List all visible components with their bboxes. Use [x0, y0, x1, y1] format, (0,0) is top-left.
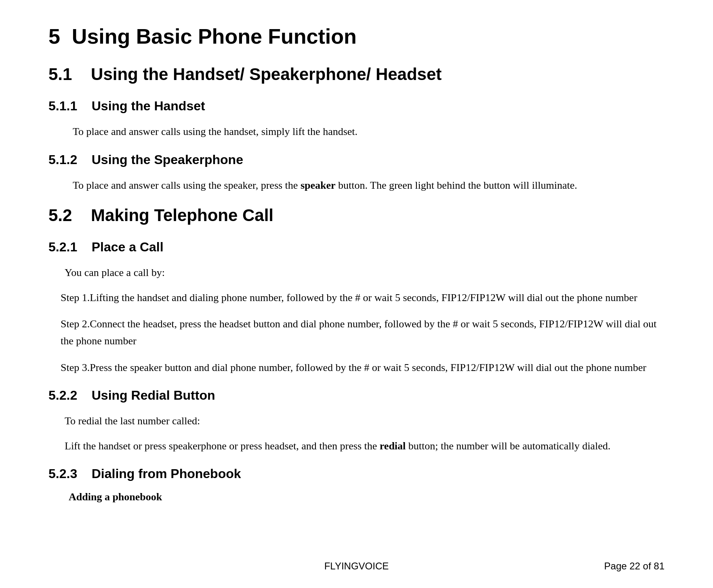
- subsection-5-2-2-bold: redial: [380, 440, 406, 452]
- subsection-5-1-1-body: To place and answer calls using the hand…: [73, 123, 665, 140]
- subsection-5-1-1-label: Using the Handset: [92, 99, 205, 113]
- subsection-5-1-2-body: To place and answer calls using the spea…: [73, 177, 665, 194]
- step-1-text: Step 1.Lifting the handset and dialing p…: [61, 289, 665, 306]
- subsection-5-1-2-label: Using the Speakerphone: [92, 152, 243, 167]
- subsection-5-2-1-title: 5.2.1 Place a Call: [48, 240, 665, 255]
- subsection-5-2-2-title: 5.2.2 Using Redial Button: [48, 388, 665, 403]
- subsection-5-2-2-line1-text: To redial the last number called:: [65, 415, 200, 427]
- step-1-label: Step 1.Lifting the handset and dialing p…: [61, 292, 637, 303]
- subsection-5-2-1-number: 5.2.1: [48, 240, 77, 254]
- subsection-5-1-2-post: button. The green light behind the butto…: [336, 179, 577, 191]
- page-container: 5 Using Basic Phone Function 5.1 Using t…: [0, 0, 713, 588]
- section-5-2-title: 5.2 Making Telephone Call: [48, 206, 665, 225]
- subsection-5-2-2: 5.2.2 Using Redial Button To redial the …: [48, 388, 665, 454]
- section-5-1-label: Using the Handset/ Speakerphone/ Headset: [91, 65, 442, 84]
- step-3-label: Step 3.Press the speaker button and dial…: [61, 362, 646, 373]
- subsection-5-2-1-intro-text: You can place a call by:: [65, 267, 165, 278]
- subsection-5-1-1-number: 5.1.1: [48, 99, 77, 113]
- chapter-number: 5: [48, 25, 60, 48]
- subsection-5-2-3-sublabel: Adding a phonebook: [69, 491, 665, 503]
- chapter-title: 5 Using Basic Phone Function: [48, 24, 665, 48]
- step-3-text: Step 3.Press the speaker button and dial…: [61, 359, 665, 376]
- subsection-5-1-2: 5.1.2 Using the Speakerphone To place an…: [48, 152, 665, 194]
- subsection-5-2-1-intro: You can place a call by:: [65, 264, 665, 281]
- footer-right: Page 22 of 81: [604, 561, 665, 572]
- section-5-2-number: 5.2: [48, 206, 72, 225]
- footer-brand: FLYINGVOICE: [324, 561, 389, 571]
- subsection-5-2-1-label: Place a Call: [92, 240, 164, 254]
- subsection-5-2-3-label: Dialing from Phonebook: [92, 466, 241, 481]
- subsection-5-2-2-line1: To redial the last number called:: [65, 413, 665, 430]
- section-5-1: 5.1 Using the Handset/ Speakerphone/ Hea…: [48, 65, 665, 194]
- subsection-5-1-1-title: 5.1.1 Using the Handset: [48, 99, 665, 114]
- subsection-5-2-2-line2: Lift the handset or press speakerphone o…: [65, 438, 665, 455]
- subsection-5-2-3: 5.2.3 Dialing from Phonebook Adding a ph…: [48, 466, 665, 503]
- subsection-5-1-2-title: 5.1.2 Using the Speakerphone: [48, 152, 665, 167]
- subsection-5-1-1-body-text: To place and answer calls using the hand…: [73, 126, 358, 137]
- subsection-5-1-2-number: 5.1.2: [48, 152, 77, 167]
- subsection-5-1-2-pre: To place and answer calls using the spea…: [73, 179, 301, 191]
- subsection-5-2-2-post: button; the number will be automatically…: [406, 440, 610, 452]
- subsection-5-2-3-number: 5.2.3: [48, 466, 77, 481]
- chapter-title-text: Using Basic Phone Function: [72, 25, 357, 48]
- subsection-5-2-1: 5.2.1 Place a Call You can place a call …: [48, 240, 665, 376]
- subsection-5-2-2-number: 5.2.2: [48, 388, 77, 403]
- section-5-2-label: Making Telephone Call: [91, 206, 273, 225]
- section-5-2: 5.2 Making Telephone Call 5.2.1 Place a …: [48, 206, 665, 503]
- section-5-1-number: 5.1: [48, 65, 72, 84]
- subsection-5-2-3-sublabel-text: Adding a phonebook: [69, 491, 162, 503]
- subsection-5-1-1: 5.1.1 Using the Handset To place and ans…: [48, 99, 665, 140]
- step-2-label: Step 2.Connect the headset, press the he…: [61, 318, 656, 347]
- subsection-5-1-2-bold: speaker: [301, 179, 336, 191]
- subsection-5-2-2-label: Using Redial Button: [92, 388, 215, 403]
- subsection-5-2-2-pre: Lift the handset or press speakerphone o…: [65, 440, 380, 452]
- step-2-text: Step 2.Connect the headset, press the he…: [61, 316, 665, 349]
- footer-page-number: Page 22 of 81: [604, 561, 665, 571]
- subsection-5-2-3-title: 5.2.3 Dialing from Phonebook: [48, 466, 665, 481]
- section-5-1-title: 5.1 Using the Handset/ Speakerphone/ Hea…: [48, 65, 665, 84]
- footer-center: FLYINGVOICE: [324, 561, 389, 572]
